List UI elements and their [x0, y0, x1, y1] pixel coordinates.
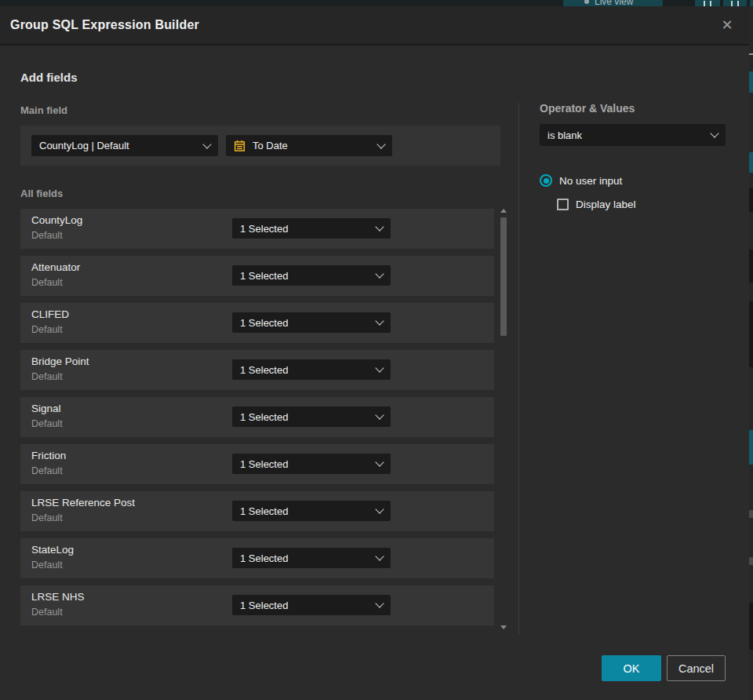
chevron-down-icon [375, 222, 384, 231]
operator-values-panel: Operator & Values is blank No user input… [540, 103, 726, 210]
field-name: CountyLog [31, 214, 82, 226]
field-values-select[interactable]: 1 Selected [232, 501, 391, 521]
main-field-label: Main field [20, 104, 67, 116]
display-label-label[interactable]: Display label [576, 199, 636, 210]
field-name: StateLog [31, 544, 74, 556]
vertical-bar-icon [731, 1, 733, 6]
chevron-down-icon [375, 269, 384, 278]
field-subtitle: Default [31, 465, 63, 476]
field-name: LRSE Reference Post [31, 497, 135, 509]
field-name: Bridge Point [31, 355, 89, 367]
dialog-title-bar: Group SQL Expression Builder ✕ [0, 6, 749, 46]
field-values-select[interactable]: 1 Selected [232, 595, 391, 615]
field-values-select-value: 1 Selected [240, 600, 288, 611]
ok-button[interactable]: OK [602, 655, 661, 681]
all-fields-list: CountyLog Default 1 Selected Attenuator … [20, 209, 494, 633]
cancel-button[interactable]: Cancel [667, 655, 726, 681]
chevron-down-icon [375, 363, 384, 372]
operator-select[interactable]: is blank [540, 124, 726, 146]
field-row: CLIFED Default 1 Selected [20, 303, 494, 343]
vertical-bar-icon [710, 1, 711, 6]
dialog-title: Group SQL Expression Builder [10, 6, 199, 44]
field-name: LRSE NHS [31, 591, 85, 603]
field-values-select-value: 1 Selected [240, 411, 288, 423]
toolbar-button-fragment-2[interactable] [723, 0, 747, 6]
field-name: Signal [31, 403, 61, 414]
live-view-button[interactable]: Live view [563, 0, 663, 6]
main-field-bar: CountyLog | Default To Date [20, 126, 500, 166]
chevron-down-icon [375, 410, 384, 419]
vertical-bar-icon [737, 1, 739, 6]
field-values-select[interactable]: 1 Selected [232, 312, 391, 333]
main-field-select-value: CountyLog | Default [39, 140, 129, 151]
scrollbar-up-arrow[interactable] [500, 209, 507, 213]
field-row: Friction Default 1 Selected [20, 444, 494, 484]
field-subtitle: Default [31, 230, 63, 241]
screen: Live view Group SQL Expression Builder ✕ [0, 0, 753, 700]
chevron-down-icon [710, 129, 718, 137]
chevron-down-icon [202, 140, 211, 148]
toolbar-button-fragment-3 [750, 0, 753, 6]
radio-selected-icon[interactable] [540, 174, 552, 187]
field-values-select[interactable]: 1 Selected [232, 265, 391, 286]
display-label-checkbox-row[interactable]: Display label [557, 199, 726, 210]
field-row: Signal Default 1 Selected [20, 397, 494, 437]
field-subtitle: Default [31, 277, 63, 288]
field-values-select-value: 1 Selected [240, 505, 288, 517]
field-values-select[interactable]: 1 Selected [232, 218, 391, 239]
checkbox-unchecked-icon[interactable] [557, 199, 569, 210]
field-subtitle: Default [31, 560, 63, 571]
operator-values-label: Operator & Values [540, 103, 726, 115]
field-row: LRSE Reference Post Default 1 Selected [20, 491, 494, 531]
field-values-select[interactable]: 1 Selected [232, 407, 391, 427]
add-fields-heading: Add fields [20, 71, 78, 84]
toolbar-button-fragment-1[interactable] [695, 0, 720, 6]
date-type-select-value: To Date [253, 140, 288, 151]
field-values-select-value: 1 Selected [240, 317, 288, 329]
scrollbar-thumb[interactable] [500, 217, 507, 336]
calendar-icon [234, 140, 246, 152]
field-name: Attenuator [31, 261, 80, 273]
field-subtitle: Default [31, 512, 63, 523]
live-view-label: Live view [595, 0, 633, 6]
field-subtitle: Default [31, 324, 63, 335]
field-row: CountyLog Default 1 Selected [20, 209, 494, 249]
group-sql-expression-builder-dialog: Group SQL Expression Builder ✕ Add field… [0, 6, 749, 700]
field-values-select-value: 1 Selected [240, 223, 288, 235]
field-row: StateLog Default 1 Selected [20, 538, 494, 578]
field-values-select[interactable]: 1 Selected [232, 359, 391, 380]
field-name: Friction [31, 450, 66, 461]
scrollbar-down-arrow[interactable] [500, 625, 507, 629]
no-user-input-radio-row[interactable]: No user input [540, 174, 726, 187]
vertical-bar-icon [704, 1, 705, 6]
underlying-app-toolbar: Live view [0, 0, 753, 6]
field-subtitle: Default [31, 607, 63, 618]
no-user-input-label[interactable]: No user input [559, 175, 622, 187]
main-field-select[interactable]: CountyLog | Default [31, 135, 218, 156]
field-values-select-value: 1 Selected [240, 552, 288, 564]
chevron-down-icon [375, 552, 384, 560]
chevron-down-icon [375, 316, 384, 325]
chevron-down-icon [375, 599, 384, 607]
field-values-select-value: 1 Selected [240, 364, 288, 376]
field-values-select[interactable]: 1 Selected [232, 454, 391, 474]
field-subtitle: Default [31, 418, 63, 429]
panel-divider [518, 103, 519, 634]
field-row: Bridge Point Default 1 Selected [20, 350, 494, 390]
field-name: CLIFED [31, 308, 69, 320]
date-type-select[interactable]: To Date [226, 135, 392, 156]
chevron-down-icon [375, 458, 384, 466]
field-values-select-value: 1 Selected [240, 458, 288, 470]
underlying-app-right-edge [749, 6, 753, 700]
operator-select-value: is blank [547, 129, 582, 141]
field-values-select[interactable]: 1 Selected [232, 548, 391, 568]
field-subtitle: Default [31, 371, 63, 382]
field-row: Attenuator Default 1 Selected [20, 256, 494, 296]
field-values-select-value: 1 Selected [240, 270, 288, 282]
close-icon[interactable]: ✕ [718, 16, 736, 34]
live-view-dot-icon [584, 0, 589, 4]
all-fields-label: All fields [20, 188, 63, 199]
field-row: LRSE NHS Default 1 Selected [20, 585, 494, 625]
chevron-down-icon [376, 140, 385, 148]
chevron-down-icon [375, 505, 384, 513]
